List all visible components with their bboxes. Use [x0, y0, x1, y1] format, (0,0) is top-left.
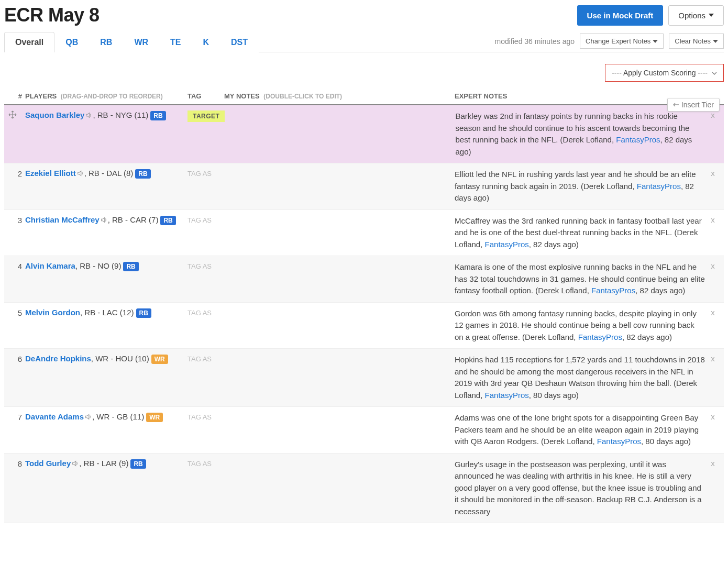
- tag-as-placeholder[interactable]: TAG AS: [187, 309, 212, 317]
- insert-tier-label: Insert Tier: [681, 101, 714, 109]
- remove-row-button[interactable]: x: [705, 261, 721, 270]
- remove-row-button[interactable]: x: [705, 215, 721, 224]
- remove-row-button[interactable]: x: [705, 308, 721, 317]
- col-number: #: [7, 92, 25, 100]
- position-badge: RB: [135, 169, 150, 179]
- tag-cell[interactable]: TAG AS: [187, 308, 224, 317]
- player-name-link[interactable]: Christian McCaffrey: [25, 215, 100, 224]
- expert-notes-cell: Gurley's usage in the postseason was per…: [455, 459, 705, 518]
- player-name-link[interactable]: DeAndre Hopkins: [25, 354, 91, 363]
- table-row[interactable]: 2Ezekiel Elliott, RB - DAL (8)RBTAG ASEl…: [4, 163, 724, 210]
- row-number: 3: [7, 215, 25, 225]
- drag-handle-icon[interactable]: [8, 110, 17, 120]
- clear-notes-label: Clear Notes: [675, 37, 711, 45]
- tab-te[interactable]: TE: [159, 32, 192, 52]
- tag-as-placeholder[interactable]: TAG AS: [187, 413, 212, 421]
- tag-as-placeholder[interactable]: TAG AS: [187, 170, 212, 178]
- player-cell: Christian McCaffrey, RB - CAR (7)RB: [25, 215, 187, 225]
- remove-row-button[interactable]: x: [705, 110, 721, 119]
- change-expert-notes-button[interactable]: Change Expert Notes: [580, 34, 664, 49]
- table-row[interactable]: 8Todd Gurley, RB - LAR (9)RBTAG ASGurley…: [4, 454, 724, 524]
- sound-icon[interactable]: [84, 413, 92, 421]
- tab-dst[interactable]: DST: [220, 32, 259, 52]
- expert-source-link[interactable]: FantasyPros: [578, 333, 622, 341]
- tag-cell[interactable]: TAG AS: [187, 412, 224, 421]
- tag-cell[interactable]: TAG AS: [187, 261, 224, 270]
- player-name-link[interactable]: Alvin Kamara: [25, 261, 75, 270]
- table-row[interactable]: 7Davante Adams, WR - GB (11)WRTAG ASAdam…: [4, 407, 724, 454]
- tag-cell[interactable]: TAG AS: [187, 169, 224, 178]
- sound-icon[interactable]: [85, 112, 92, 119]
- remove-row-button[interactable]: x: [705, 459, 721, 468]
- tab-rb[interactable]: RB: [89, 32, 123, 52]
- tab-qb[interactable]: QB: [54, 32, 89, 52]
- player-info: , RB - NYG (11): [93, 110, 148, 119]
- clear-notes-button[interactable]: Clear Notes: [669, 34, 724, 49]
- tag-as-placeholder[interactable]: TAG AS: [187, 355, 212, 363]
- table-row[interactable]: Insert Tier1Saquon Barkley, RB - NYG (11…: [4, 105, 724, 163]
- tag-cell[interactable]: TAG AS: [187, 354, 224, 363]
- sound-icon[interactable]: [76, 170, 84, 177]
- position-badge: WR: [146, 413, 163, 422]
- expert-source-link[interactable]: FantasyPros: [616, 135, 660, 144]
- expert-notes-cell: Adams was one of the lone bright spots f…: [455, 412, 705, 448]
- close-icon: x: [711, 110, 715, 119]
- position-badge: RB: [136, 308, 151, 318]
- sound-icon[interactable]: [100, 216, 107, 224]
- table-header: # PLAYERS (DRAG-AND-DROP TO REORDER) TAG…: [4, 88, 724, 105]
- col-my-notes: MY NOTES (DOUBLE-CLICK TO EDIT): [224, 92, 455, 100]
- players-hint: (DRAG-AND-DROP TO REORDER): [61, 93, 163, 100]
- tag-cell[interactable]: TAG AS: [187, 215, 224, 224]
- use-in-mock-draft-button[interactable]: Use in Mock Draft: [577, 5, 664, 26]
- tag-as-placeholder[interactable]: TAG AS: [187, 262, 212, 270]
- player-name-link[interactable]: Davante Adams: [25, 412, 84, 421]
- expert-source-link[interactable]: FantasyPros: [637, 182, 681, 191]
- remove-row-button[interactable]: x: [705, 412, 721, 421]
- table-row[interactable]: 3Christian McCaffrey, RB - CAR (7)RBTAG …: [4, 210, 724, 257]
- tag-cell[interactable]: TARGET: [187, 110, 225, 122]
- player-name-link[interactable]: Saquon Barkley: [25, 110, 84, 119]
- expert-notes-cell: Elliott led the NFL in rushing yards las…: [455, 169, 705, 204]
- expert-notes-cell: Gordon was 6th among fantasy running bac…: [455, 308, 705, 344]
- tab-k[interactable]: K: [192, 32, 220, 52]
- close-icon: x: [711, 459, 715, 468]
- tag-cell[interactable]: TAG AS: [187, 459, 224, 468]
- tab-overall[interactable]: Overall: [4, 32, 54, 52]
- tag-as-placeholder[interactable]: TAG AS: [187, 216, 212, 224]
- player-name-link[interactable]: Ezekiel Elliott: [25, 169, 76, 178]
- tag-badge[interactable]: TARGET: [187, 110, 225, 122]
- insert-tier-button[interactable]: Insert Tier: [667, 98, 720, 112]
- caret-down-icon: [713, 40, 718, 43]
- sound-icon[interactable]: [71, 460, 79, 467]
- row-number: 8: [7, 459, 25, 468]
- table-row[interactable]: 6DeAndre Hopkins, WR - HOU (10)WRTAG ASH…: [4, 349, 724, 407]
- player-name-link[interactable]: Melvin Gordon: [25, 308, 80, 317]
- player-cell: Ezekiel Elliott, RB - DAL (8)RB: [25, 169, 187, 179]
- tag-as-placeholder[interactable]: TAG AS: [187, 460, 212, 468]
- apply-custom-scoring-select[interactable]: ---- Apply Custom Scoring ----: [605, 64, 724, 82]
- remove-row-button[interactable]: x: [705, 169, 721, 178]
- player-name-link[interactable]: Todd Gurley: [25, 459, 71, 468]
- tab-wr[interactable]: WR: [123, 32, 159, 52]
- table-row[interactable]: 4Alvin Kamara, RB - NO (9)RBTAG ASKamara…: [4, 256, 724, 303]
- expert-notes-cell: Hopkins had 115 receptions for 1,572 yar…: [455, 354, 705, 401]
- player-info: , RB - NO (9): [75, 261, 122, 270]
- my-notes-hint: (DOUBLE-CLICK TO EDIT): [263, 93, 342, 100]
- expert-notes-cell: McCaffrey was the 3rd ranked running bac…: [455, 215, 705, 251]
- expert-source-link[interactable]: FantasyPros: [591, 286, 635, 295]
- player-cell: Davante Adams, WR - GB (11)WR: [25, 412, 187, 422]
- options-button[interactable]: Options: [668, 5, 724, 26]
- remove-row-button[interactable]: x: [705, 354, 721, 363]
- position-badge: RB: [123, 262, 138, 271]
- table-row[interactable]: 5Melvin Gordon, RB - LAC (12)RBTAG ASGor…: [4, 303, 724, 349]
- scoring-select-label: ---- Apply Custom Scoring ----: [612, 69, 708, 77]
- position-badge: RB: [160, 216, 175, 225]
- expert-source-link[interactable]: FantasyPros: [597, 437, 641, 446]
- page-title: ECR May 8: [4, 4, 100, 26]
- expert-source-link[interactable]: FantasyPros: [485, 240, 529, 249]
- row-number: 5: [7, 308, 25, 317]
- close-icon: x: [711, 215, 715, 224]
- close-icon: x: [711, 412, 715, 421]
- position-badge: RB: [150, 111, 166, 120]
- expert-source-link[interactable]: FantasyPros: [485, 391, 529, 400]
